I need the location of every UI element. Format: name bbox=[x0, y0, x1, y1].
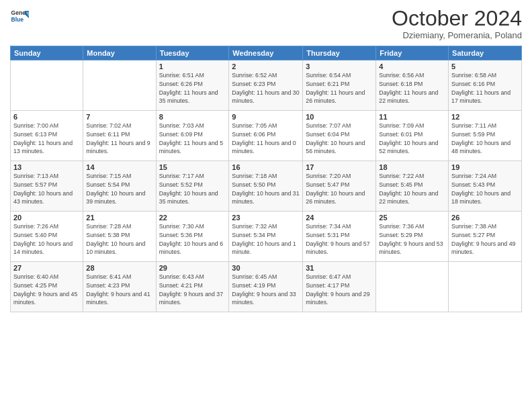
day-number: 14 bbox=[86, 163, 152, 171]
day-number: 25 bbox=[379, 214, 445, 222]
day-number: 12 bbox=[451, 113, 519, 121]
calendar-cell: 27Sunrise: 6:40 AMSunset: 4:25 PMDayligh… bbox=[11, 262, 83, 312]
day-number: 26 bbox=[451, 214, 519, 222]
day-info: Sunrise: 7:38 AMSunset: 5:27 PMDaylight:… bbox=[451, 222, 519, 257]
calendar-cell: 26Sunrise: 7:38 AMSunset: 5:27 PMDayligh… bbox=[449, 212, 522, 262]
calendar-cell: 24Sunrise: 7:34 AMSunset: 5:31 PMDayligh… bbox=[303, 212, 376, 262]
day-info: Sunrise: 6:56 AMSunset: 6:18 PMDaylight:… bbox=[379, 71, 445, 105]
calendar-cell bbox=[449, 262, 522, 312]
day-number: 29 bbox=[159, 264, 226, 272]
calendar-header-row: SundayMondayTuesdayWednesdayThursdayFrid… bbox=[11, 46, 522, 60]
day-info: Sunrise: 6:45 AMSunset: 4:19 PMDaylight:… bbox=[232, 273, 300, 307]
location-subtitle: Dziemiany, Pomerania, Poland bbox=[392, 30, 522, 40]
day-info: Sunrise: 6:52 AMSunset: 6:23 PMDaylight:… bbox=[232, 71, 300, 105]
day-info: Sunrise: 6:40 AMSunset: 4:25 PMDaylight:… bbox=[13, 273, 80, 307]
header: General Blue October 2024 Dziemiany, Pom… bbox=[10, 7, 522, 40]
calendar-cell: 21Sunrise: 7:28 AMSunset: 5:38 PMDayligh… bbox=[83, 212, 156, 262]
day-number: 15 bbox=[159, 163, 226, 171]
title-block: October 2024 Dziemiany, Pomerania, Polan… bbox=[392, 7, 522, 40]
day-info: Sunrise: 6:43 AMSunset: 4:21 PMDaylight:… bbox=[159, 273, 226, 307]
day-info: Sunrise: 7:22 AMSunset: 5:45 PMDaylight:… bbox=[379, 172, 445, 206]
calendar-cell: 4Sunrise: 6:56 AMSunset: 6:18 PMDaylight… bbox=[376, 60, 449, 111]
day-number: 16 bbox=[232, 163, 300, 171]
weekday-header: Tuesday bbox=[156, 46, 229, 60]
day-number: 13 bbox=[13, 163, 80, 171]
day-number: 2 bbox=[232, 62, 300, 71]
day-number: 8 bbox=[159, 113, 226, 121]
calendar-cell: 2Sunrise: 6:52 AMSunset: 6:23 PMDaylight… bbox=[229, 60, 303, 111]
day-info: Sunrise: 7:20 AMSunset: 5:47 PMDaylight:… bbox=[306, 172, 373, 206]
page: General Blue October 2024 Dziemiany, Pom… bbox=[0, 0, 532, 411]
calendar-cell: 9Sunrise: 7:05 AMSunset: 6:06 PMDaylight… bbox=[229, 111, 303, 161]
day-info: Sunrise: 7:34 AMSunset: 5:31 PMDaylight:… bbox=[306, 222, 373, 257]
calendar-cell bbox=[11, 60, 83, 111]
day-info: Sunrise: 7:05 AMSunset: 6:06 PMDaylight:… bbox=[232, 122, 300, 156]
logo: General Blue bbox=[10, 7, 29, 26]
day-number: 31 bbox=[306, 264, 373, 272]
day-info: Sunrise: 7:15 AMSunset: 5:54 PMDaylight:… bbox=[86, 172, 152, 206]
day-number: 28 bbox=[86, 264, 152, 272]
day-number: 1 bbox=[159, 62, 226, 71]
weekday-header: Monday bbox=[83, 46, 156, 60]
day-info: Sunrise: 7:09 AMSunset: 6:01 PMDaylight:… bbox=[379, 122, 445, 156]
calendar-week-row: 27Sunrise: 6:40 AMSunset: 4:25 PMDayligh… bbox=[11, 262, 522, 312]
calendar-week-row: 6Sunrise: 7:00 AMSunset: 6:13 PMDaylight… bbox=[11, 111, 522, 161]
day-number: 30 bbox=[232, 264, 300, 272]
calendar-cell: 30Sunrise: 6:45 AMSunset: 4:19 PMDayligh… bbox=[229, 262, 303, 312]
day-number: 7 bbox=[86, 113, 152, 121]
logo-icon: General Blue bbox=[10, 7, 29, 26]
day-number: 6 bbox=[13, 113, 80, 121]
svg-text:Blue: Blue bbox=[11, 16, 24, 23]
calendar-cell: 7Sunrise: 7:02 AMSunset: 6:11 PMDaylight… bbox=[83, 111, 156, 161]
calendar-cell: 14Sunrise: 7:15 AMSunset: 5:54 PMDayligh… bbox=[83, 161, 156, 212]
day-info: Sunrise: 7:17 AMSunset: 5:52 PMDaylight:… bbox=[159, 172, 226, 206]
day-info: Sunrise: 7:18 AMSunset: 5:50 PMDaylight:… bbox=[232, 172, 300, 206]
day-number: 20 bbox=[13, 214, 80, 222]
day-number: 5 bbox=[451, 62, 519, 71]
day-number: 3 bbox=[306, 62, 373, 71]
calendar-cell: 3Sunrise: 6:54 AMSunset: 6:21 PMDaylight… bbox=[303, 60, 376, 111]
day-number: 9 bbox=[232, 113, 300, 121]
day-info: Sunrise: 7:36 AMSunset: 5:29 PMDaylight:… bbox=[379, 222, 445, 257]
day-info: Sunrise: 7:11 AMSunset: 5:59 PMDaylight:… bbox=[451, 122, 519, 156]
day-info: Sunrise: 7:13 AMSunset: 5:57 PMDaylight:… bbox=[13, 172, 80, 206]
calendar-week-row: 13Sunrise: 7:13 AMSunset: 5:57 PMDayligh… bbox=[11, 161, 522, 212]
day-number: 24 bbox=[306, 214, 373, 222]
day-info: Sunrise: 7:24 AMSunset: 5:43 PMDaylight:… bbox=[451, 172, 519, 206]
day-number: 11 bbox=[379, 113, 445, 121]
calendar-cell: 28Sunrise: 6:41 AMSunset: 4:23 PMDayligh… bbox=[83, 262, 156, 312]
day-number: 23 bbox=[232, 214, 300, 222]
weekday-header: Wednesday bbox=[229, 46, 303, 60]
day-info: Sunrise: 7:26 AMSunset: 5:40 PMDaylight:… bbox=[13, 222, 80, 257]
calendar-cell: 20Sunrise: 7:26 AMSunset: 5:40 PMDayligh… bbox=[11, 212, 83, 262]
weekday-header: Friday bbox=[376, 46, 449, 60]
calendar-cell: 11Sunrise: 7:09 AMSunset: 6:01 PMDayligh… bbox=[376, 111, 449, 161]
calendar-cell: 6Sunrise: 7:00 AMSunset: 6:13 PMDaylight… bbox=[11, 111, 83, 161]
day-number: 18 bbox=[379, 163, 445, 171]
month-title: October 2024 bbox=[392, 7, 522, 30]
calendar-cell: 19Sunrise: 7:24 AMSunset: 5:43 PMDayligh… bbox=[449, 161, 522, 212]
calendar-cell: 5Sunrise: 6:58 AMSunset: 6:16 PMDaylight… bbox=[449, 60, 522, 111]
day-number: 17 bbox=[306, 163, 373, 171]
calendar-cell: 16Sunrise: 7:18 AMSunset: 5:50 PMDayligh… bbox=[229, 161, 303, 212]
calendar-cell: 12Sunrise: 7:11 AMSunset: 5:59 PMDayligh… bbox=[449, 111, 522, 161]
day-info: Sunrise: 6:58 AMSunset: 6:16 PMDaylight:… bbox=[451, 71, 519, 105]
weekday-header: Thursday bbox=[303, 46, 376, 60]
calendar-week-row: 20Sunrise: 7:26 AMSunset: 5:40 PMDayligh… bbox=[11, 212, 522, 262]
calendar-cell: 8Sunrise: 7:03 AMSunset: 6:09 PMDaylight… bbox=[156, 111, 229, 161]
weekday-header: Sunday bbox=[11, 46, 83, 60]
day-info: Sunrise: 7:03 AMSunset: 6:09 PMDaylight:… bbox=[159, 122, 226, 156]
day-info: Sunrise: 6:41 AMSunset: 4:23 PMDaylight:… bbox=[86, 273, 152, 307]
calendar-cell: 15Sunrise: 7:17 AMSunset: 5:52 PMDayligh… bbox=[156, 161, 229, 212]
calendar-week-row: 1Sunrise: 6:51 AMSunset: 6:26 PMDaylight… bbox=[11, 60, 522, 111]
calendar-cell: 1Sunrise: 6:51 AMSunset: 6:26 PMDaylight… bbox=[156, 60, 229, 111]
calendar-cell: 18Sunrise: 7:22 AMSunset: 5:45 PMDayligh… bbox=[376, 161, 449, 212]
calendar-cell: 31Sunrise: 6:47 AMSunset: 4:17 PMDayligh… bbox=[303, 262, 376, 312]
day-number: 4 bbox=[379, 62, 445, 71]
day-info: Sunrise: 7:30 AMSunset: 5:36 PMDaylight:… bbox=[159, 222, 226, 257]
day-info: Sunrise: 7:00 AMSunset: 6:13 PMDaylight:… bbox=[13, 122, 80, 156]
day-number: 22 bbox=[159, 214, 226, 222]
day-info: Sunrise: 6:54 AMSunset: 6:21 PMDaylight:… bbox=[306, 71, 373, 105]
day-number: 27 bbox=[13, 264, 80, 272]
calendar-cell: 13Sunrise: 7:13 AMSunset: 5:57 PMDayligh… bbox=[11, 161, 83, 212]
